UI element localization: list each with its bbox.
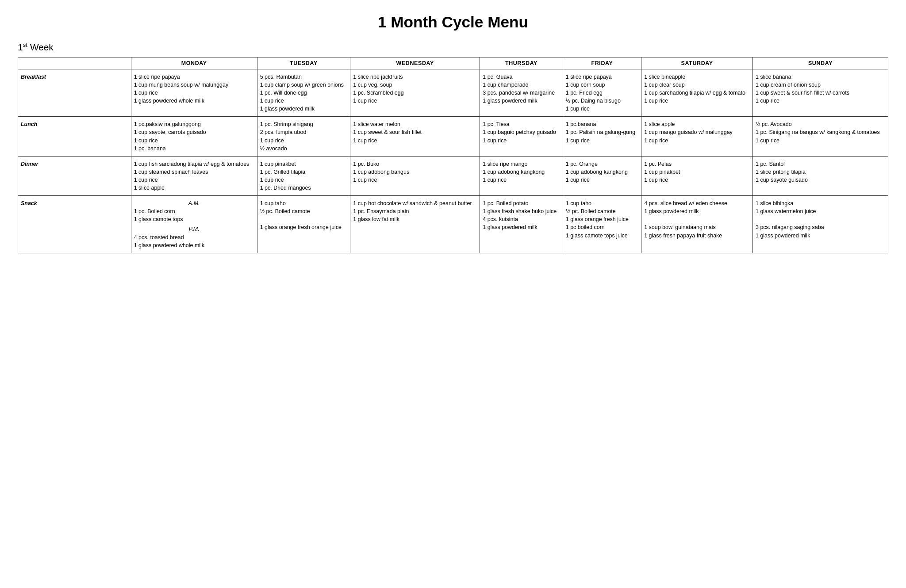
- cell-snack-monday: A.M.1 pc. Boiled corn1 glass camote tops…: [131, 196, 257, 253]
- meal-label-snack: Snack: [18, 196, 131, 253]
- col-header-thursday: THURSDAY: [480, 57, 563, 69]
- cell-breakfast-monday: 1 slice ripe papaya1 cup mung beans soup…: [131, 69, 257, 116]
- cell-snack-wednesday: 1 cup hot chocolate w/ sandwich & peanut…: [350, 196, 480, 253]
- col-header-monday: MONDAY: [131, 57, 257, 69]
- meal-row-snack: SnackA.M.1 pc. Boiled corn1 glass camote…: [18, 196, 888, 253]
- col-header-tuesday: TUESDAY: [257, 57, 350, 69]
- menu-table: MONDAYTUESDAYWEDNESDAYTHURSDAYFRIDAYSATU…: [18, 57, 888, 253]
- cell-breakfast-thursday: 1 pc. Guava1 cup champorado3 pcs. pandes…: [480, 69, 563, 116]
- week-label: 1st Week: [18, 42, 888, 53]
- cell-dinner-tuesday: 1 cup pinakbet1 pc. Grilled tilapia1 cup…: [257, 156, 350, 195]
- col-header-saturday: SATURDAY: [641, 57, 753, 69]
- meal-label-breakfast: Breakfast: [18, 69, 131, 116]
- cell-snack-tuesday: 1 cup taho½ pc. Boiled camote1 glass ora…: [257, 196, 350, 253]
- cell-dinner-thursday: 1 slice ripe mango1 cup adobong kangkong…: [480, 156, 563, 195]
- cell-lunch-wednesday: 1 slice water melon1 cup sweet & sour fi…: [350, 117, 480, 156]
- meal-col-header: [18, 57, 131, 69]
- cell-lunch-sunday: ½ pc. Avocado1 pc. Sinigang na bangus w/…: [753, 117, 888, 156]
- col-header-sunday: SUNDAY: [753, 57, 888, 69]
- cell-breakfast-saturday: 1 slice pineapple1 cup clear soup1 cup s…: [641, 69, 753, 116]
- cell-dinner-wednesday: 1 pc. Buko1 cup adobong bangus1 cup rice: [350, 156, 480, 195]
- cell-breakfast-friday: 1 slice ripe papaya1 cup corn soup1 pc. …: [563, 69, 641, 116]
- cell-lunch-tuesday: 1 pc. Shrimp sinigang2 pcs. lumpia ubod1…: [257, 117, 350, 156]
- cell-snack-friday: 1 cup taho½ pc. Boiled camote1 glass ora…: [563, 196, 641, 253]
- cell-lunch-saturday: 1 slice apple1 cup mango guisado w/ malu…: [641, 117, 753, 156]
- cell-dinner-friday: 1 pc. Orange1 cup adobong kangkong1 cup …: [563, 156, 641, 195]
- meal-row-dinner: Dinner1 cup fish sarciadong tilapia w/ e…: [18, 156, 888, 195]
- page-title: 1 Month Cycle Menu: [18, 13, 888, 31]
- meal-label-lunch: Lunch: [18, 117, 131, 156]
- cell-lunch-monday: 1 pc.paksiw na galunggong1 cup sayote, c…: [131, 117, 257, 156]
- cell-lunch-friday: 1 pc.banana1 pc. Palisin na galung-gung1…: [563, 117, 641, 156]
- meal-label-dinner: Dinner: [18, 156, 131, 195]
- cell-snack-thursday: 1 pc. Boiled potato1 glass fresh shake b…: [480, 196, 563, 253]
- cell-dinner-monday: 1 cup fish sarciadong tilapia w/ egg & t…: [131, 156, 257, 195]
- cell-lunch-thursday: 1 pc. Tiesa1 cup baguio petchay guisado1…: [480, 117, 563, 156]
- cell-dinner-sunday: 1 pc. Santol1 slice pritong tilapia1 cup…: [753, 156, 888, 195]
- cell-snack-saturday: 4 pcs. slice bread w/ eden cheese1 glass…: [641, 196, 753, 253]
- col-header-friday: FRIDAY: [563, 57, 641, 69]
- col-header-wednesday: WEDNESDAY: [350, 57, 480, 69]
- meal-row-lunch: Lunch1 pc.paksiw na galunggong1 cup sayo…: [18, 117, 888, 156]
- cell-snack-sunday: 1 slice bibingka1 glass watermelon juice…: [753, 196, 888, 253]
- cell-breakfast-sunday: 1 slice banana1 cup cream of onion soup1…: [753, 69, 888, 116]
- cell-dinner-saturday: 1 pc. Pelas1 cup pinakbet1 cup rice: [641, 156, 753, 195]
- cell-breakfast-wednesday: 1 slice ripe jackfruits1 cup veg. soup1 …: [350, 69, 480, 116]
- meal-row-breakfast: Breakfast1 slice ripe papaya1 cup mung b…: [18, 69, 888, 116]
- cell-breakfast-tuesday: 5 pcs. Rambutan1 cup clamp soup w/ green…: [257, 69, 350, 116]
